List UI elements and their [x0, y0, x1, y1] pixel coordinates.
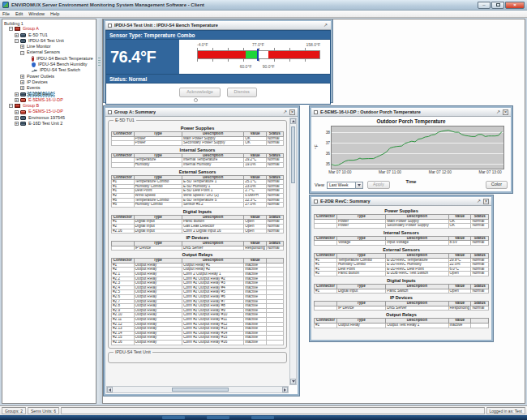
device-icon [20, 33, 26, 37]
minimize-icon[interactable]: – [478, 2, 491, 9]
expand-icon[interactable]: + [20, 75, 24, 79]
expand-icon[interactable]: + [20, 80, 24, 84]
collapse-icon[interactable]: − [20, 51, 24, 55]
close-icon[interactable]: × [503, 109, 508, 115]
expand-icon[interactable]: + [20, 45, 24, 49]
window-titlebar[interactable]: Group A: Summary ↗ × [105, 108, 298, 117]
tree-item[interactable]: +E-2DB RevC [2, 92, 96, 97]
chart-plot: 35363738Mar 07 10:00Mar 07 11:00Mar 07 1… [331, 126, 504, 169]
dismiss-button[interactable]: Dismiss [227, 88, 257, 97]
taskbar-button [162, 416, 185, 419]
collapse-icon[interactable]: − [9, 104, 13, 108]
detach-icon[interactable]: ↗ [476, 199, 482, 204]
tree-item[interactable]: +Power Outlets [2, 74, 96, 79]
maximize-icon[interactable] [491, 2, 504, 9]
tree-item-label: Line Monitor [26, 45, 52, 49]
collapse-icon[interactable]: − [15, 39, 19, 43]
menu-file[interactable]: File [2, 11, 10, 16]
scrollbar-thumb[interactable] [172, 388, 229, 392]
close-icon[interactable]: × [483, 199, 489, 204]
group-summary-window: Group A: Summary ↗ × E-5D TU1 Power Supp… [104, 106, 299, 396]
expand-icon[interactable]: + [15, 92, 19, 96]
column-header: Connector [112, 259, 135, 264]
tree-item-label: Group A [22, 27, 40, 31]
summary-table: ConnectorTypeDescriptionValueStatusPower… [111, 131, 284, 146]
detach-icon[interactable]: ↗ [323, 23, 328, 28]
expand-icon[interactable]: + [15, 33, 19, 37]
window-titlebar[interactable]: E-2DB RevC: Summary ↗ × [311, 197, 491, 206]
column-header: Connector [315, 284, 337, 289]
expand-icon[interactable]: + [15, 110, 19, 114]
scroll-right-icon[interactable] [282, 387, 288, 392]
section-title: Digital Inputs [314, 278, 489, 283]
table-cell: OK [448, 224, 471, 229]
menu-help[interactable]: Help [50, 11, 59, 16]
tree-item[interactable]: −External Sensors [2, 49, 96, 55]
section-title: Power Supplies [111, 126, 284, 131]
table-cell: Normal [266, 229, 283, 234]
table-cell: Output Relay [336, 323, 385, 328]
table-cell: Normal [266, 203, 283, 208]
scrollbar-thumb[interactable] [291, 126, 295, 183]
tree-item[interactable]: IPDU-S4 Bench Temperature [2, 56, 96, 62]
close-icon[interactable]: × [289, 109, 295, 115]
gauge-min-label: -4.0°F [197, 42, 208, 47]
scroll-up-icon[interactable] [290, 118, 296, 124]
menu-edit[interactable]: Edit [15, 11, 23, 16]
summary-table: ConnectorTypeDescriptionValue#1Output Re… [111, 258, 284, 345]
tree-item[interactable]: +E-16D Test Unit 2 [2, 121, 96, 126]
group-summary-content: E-5D TU1 Power SuppliesConnectorTypeDesc… [105, 117, 289, 386]
apply-button[interactable]: Apply [367, 181, 390, 190]
table-cell: Responding [448, 306, 471, 311]
x-tick-label: Mar 07 11:00 [379, 170, 401, 174]
tree-item[interactable]: +Enviromux 197545 [2, 115, 96, 121]
detach-icon[interactable]: ↗ [495, 109, 501, 115]
color-button[interactable]: Color [486, 181, 508, 190]
tree-item[interactable]: IPDU-S4 Test Switch [2, 67, 96, 73]
table-cell: Panic Switch [386, 289, 448, 294]
close-icon[interactable]: × [505, 2, 525, 9]
tree-item[interactable]: +E-5D TU1 [2, 32, 96, 38]
table-cell [112, 246, 135, 251]
expand-icon[interactable]: + [15, 122, 19, 126]
column-header: Connector [112, 175, 135, 180]
tree-item[interactable]: −Group B [2, 103, 96, 109]
tree-item[interactable]: +E-5EMS-15-U-DP [2, 109, 96, 114]
tree-item[interactable]: −Group A [2, 26, 96, 32]
expand-icon[interactable]: + [15, 116, 19, 120]
expand-icon[interactable]: + [20, 86, 24, 90]
expand-icon[interactable]: + [15, 98, 19, 102]
window-titlebar[interactable]: IPDU-S4 Test Unit : IPDU-S4 Bench Temper… [105, 21, 331, 30]
summary-table: ConnectorTypeDescriptionValue#1Output Re… [314, 318, 489, 328]
tree-item[interactable]: IPDU-S4 Bench Humidity [2, 62, 96, 67]
horizontal-scrollbar[interactable] [106, 386, 289, 393]
vertical-scrollbar[interactable] [289, 118, 297, 385]
collapse-icon[interactable]: − [9, 27, 13, 31]
view-dropdown[interactable]: Last Week [327, 182, 363, 189]
tree-item[interactable]: +E-5EMS-16-U-DP [2, 97, 96, 103]
tree-item[interactable]: +Line Monitor [2, 44, 96, 49]
detach-icon[interactable]: ↗ [282, 109, 288, 115]
window-title: E-2DB RevC: Summary [320, 199, 371, 204]
scroll-left-icon[interactable] [107, 387, 113, 392]
thermometer-icon [32, 56, 34, 62]
device-icon [20, 122, 26, 126]
table-row: PowerSecondary Power SupplyOKNormal [112, 141, 284, 146]
column-header: Connector [315, 236, 337, 241]
table-cell: Open [448, 272, 471, 276]
chevron-down-icon[interactable] [356, 182, 363, 189]
radio-button[interactable] [194, 98, 198, 102]
window-titlebar[interactable]: E-5EMS-16-U-DP : Outdoor Porch Temperatu… [311, 108, 511, 117]
tree-item[interactable]: −IPDU-S4 Test Unit [2, 38, 96, 44]
scroll-down-icon[interactable] [290, 379, 296, 384]
y-axis-label: °F [314, 144, 319, 148]
mdi-area: IPDU-S4 Test Unit : IPDU-S4 Bench Temper… [102, 19, 525, 404]
acknowledge-button[interactable]: Acknowledge [179, 88, 221, 97]
chart-controls: View Last Week Apply Color [311, 180, 511, 190]
tree-item[interactable]: +Events [2, 85, 96, 91]
tree-item-label: IP Devices [26, 80, 49, 84]
window-icon [108, 24, 112, 28]
tree-root[interactable]: Building 1 [2, 20, 96, 26]
tree-item[interactable]: +IP Devices [2, 79, 96, 85]
menu-window[interactable]: Window [28, 11, 45, 16]
